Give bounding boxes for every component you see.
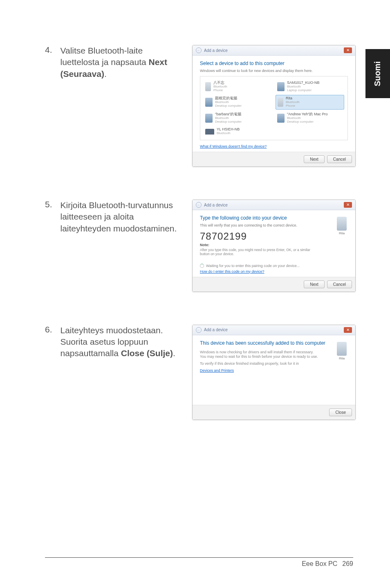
step-text: Valitse Bluetooth-laite luettelosta ja n… [61,45,180,167]
step-number: 6. [45,325,52,420]
computer-icon [205,98,213,107]
help-link[interactable]: How do I enter this code on my device? [200,269,264,274]
step-6: 6. Laiteyhteys muodostetaan. Suorita ase… [45,325,353,420]
device-item[interactable]: 八不忘BluetoothPhone [204,80,272,93]
success-dialog: ← Add a device ✕ Rita This device has be… [192,325,356,420]
step-number: 4. [45,45,52,167]
step-4: 4. Valitse Bluetooth-laite luettelosta j… [45,45,353,167]
back-icon[interactable]: ← [196,47,202,53]
waiting-status: Waiting for you to enter this pairing co… [200,264,348,268]
dialog-subtext: This will verify that you are connecting… [200,223,348,227]
success-text-1: Windows is now checking for drivers and … [200,350,318,359]
dialog-heading: Select a device to add to this computer [200,61,348,66]
success-text-2: To verify if this device finished instal… [200,361,318,366]
device-list: 八不忘BluetoothPhone SAM1017_KUO-NBBluetoot… [200,76,348,140]
close-icon[interactable]: ✕ [344,47,352,53]
next-button[interactable]: Next [304,281,325,288]
help-link[interactable]: What if Windows doesn't find my device? [200,144,348,148]
computer-icon [277,114,285,123]
dialog-title: Add a device [204,203,228,207]
device-item[interactable]: SAM1017_KUO-NBBluetoothLaptop computer [276,80,344,93]
device-item[interactable]: YL HSIEH-NBBluetooth [204,126,272,137]
close-icon[interactable]: ✕ [344,202,352,208]
step-number: 5. [45,200,52,292]
footer-page-number: 269 [342,560,353,568]
spinner-icon [200,264,204,268]
computer-icon [277,82,285,91]
device-thumbnail: Rita [336,217,348,235]
close-button[interactable]: Close [329,408,352,416]
dialog-titlebar: ← Add a device ✕ [193,45,355,56]
phone-icon [278,98,283,107]
device-thumbnail: Rita [336,342,348,360]
devices-printers-link[interactable]: Devices and Printers [200,368,348,373]
next-button[interactable]: Next [304,155,325,163]
dialog-heading: This device has been successfully added … [200,340,348,346]
dialog-title: Add a device [204,328,228,332]
phone-icon [205,82,211,91]
dialog-heading: Type the following code into your device [200,215,348,221]
pairing-code: 78702199 [200,231,348,242]
dialog-titlebar: ← Add a device ✕ [193,200,355,210]
step-5: 5. Kirjoita Bluetooth-turvatunnus laitte… [45,200,353,292]
phone-icon [337,217,347,231]
step-text: Laiteyhteys muodostetaan. Suorita asetus… [61,325,180,420]
step-text: Kirjoita Bluetooth-turvatunnus laitteese… [61,200,180,292]
note-label: Note: [200,243,348,247]
device-item[interactable]: "barbara"的電腦BluetoothDesktop computer [204,111,272,125]
device-item[interactable]: "Andrew Yeh"的 Mac ProBluetoothDesktop co… [276,111,344,125]
laptop-icon [205,129,214,135]
close-icon[interactable]: ✕ [344,327,352,333]
back-icon[interactable]: ← [196,327,202,333]
add-device-dialog: ← Add a device ✕ Select a device to add … [192,45,356,167]
dialog-title: Add a device [204,48,228,53]
computer-icon [205,114,213,123]
footer-product: Eee Box PC [302,560,337,568]
device-item[interactable]: 顏根宏的電腦BluetoothDesktop computer [204,95,272,109]
pairing-code-dialog: ← Add a device ✕ Rita Type the following… [192,200,356,292]
dialog-titlebar: ← Add a device ✕ [193,325,355,335]
device-item-selected[interactable]: RitaBluetoothPhone [276,95,344,109]
note-text: After you type this code, you might need… [200,248,314,256]
back-icon[interactable]: ← [196,202,202,208]
page-footer: Eee Box PC 269 [45,557,353,568]
phone-icon [337,342,347,356]
dialog-subtext: Windows will continue to look for new de… [200,69,348,73]
cancel-button[interactable]: Cancel [327,155,352,163]
cancel-button[interactable]: Cancel [327,281,352,288]
